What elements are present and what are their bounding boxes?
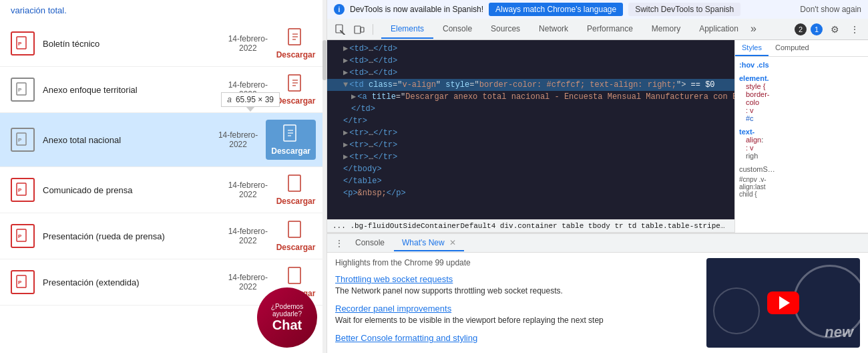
tab-console[interactable]: Console bbox=[433, 20, 481, 39]
doc-icon-pdf: P bbox=[11, 224, 35, 248]
download-label: Descargar bbox=[276, 197, 316, 206]
warning-badge: 1 bbox=[811, 23, 823, 35]
feature-link[interactable]: Better Console formatting and styling bbox=[335, 333, 698, 343]
style-prop: colo bbox=[739, 98, 864, 106]
devtools-panel: i DevTools is now available in Spanish! … bbox=[327, 0, 868, 353]
doc-date: 14-febrero-2022 bbox=[228, 273, 268, 291]
chat-label-main: Chat bbox=[272, 318, 302, 333]
code-line: ▶<td>…</td> bbox=[327, 67, 734, 79]
bottom-content: Highlights from the Chrome 99 update Thr… bbox=[327, 253, 868, 353]
html-code-panel: ▶<td>…</td> ▶<td>…</td> ▶<td>…</td> ▼<td… bbox=[327, 40, 734, 233]
intro-text-span: variación total. bbox=[11, 5, 67, 15]
bottom-tabs: ⋮ Console What's New ✕ bbox=[327, 234, 868, 253]
inspect-element-icon[interactable] bbox=[333, 21, 349, 37]
feature-link[interactable]: Throttling web socket requests bbox=[335, 274, 698, 284]
list-item: P Anexo total nacional 14-febrero-2022 D… bbox=[0, 113, 327, 167]
doc-title: Anexo enfoque territorial bbox=[43, 85, 228, 95]
code-line: </tr> bbox=[327, 115, 734, 127]
whats-new-label: What's New bbox=[402, 238, 445, 247]
tab-sources[interactable]: Sources bbox=[481, 20, 529, 39]
download-button[interactable]: Descargar bbox=[276, 27, 316, 60]
more-options-icon[interactable]: ⋮ bbox=[847, 21, 863, 37]
download-button[interactable]: Descargar bbox=[276, 174, 316, 206]
download-button[interactable]: Descargar bbox=[266, 120, 316, 160]
tab-elements[interactable]: Elements bbox=[381, 20, 433, 39]
doc-date: 14-febrero-2022 bbox=[228, 34, 268, 53]
devtools-toolbar: Elements Console Sources Network Perform… bbox=[327, 19, 868, 40]
svg-text:P: P bbox=[18, 187, 22, 193]
custom-styles: customS… #cnpv .v-align:lastchild { bbox=[739, 165, 864, 198]
tab-network[interactable]: Network bbox=[529, 20, 578, 39]
download-label: Descargar bbox=[271, 146, 310, 156]
code-line: ▶<td>…</td> bbox=[327, 55, 734, 67]
feature-link[interactable]: Recorder panel improvements bbox=[335, 304, 698, 314]
dont-show-again-button[interactable]: Don't show again bbox=[800, 5, 861, 14]
style-value: righ bbox=[746, 152, 758, 160]
style-prop: style { bbox=[739, 82, 864, 90]
doc-icon-pdf: P bbox=[11, 270, 35, 294]
code-line-selected[interactable]: ▼<td class="v-align" style="border-color… bbox=[327, 79, 734, 91]
tooltip-letter: a bbox=[227, 95, 232, 104]
switch-language-button[interactable]: Switch DevTools to Spanish bbox=[628, 3, 740, 16]
code-line: </tbody> bbox=[327, 163, 734, 175]
svg-text:P: P bbox=[18, 137, 22, 143]
style-prop: righ bbox=[739, 152, 864, 160]
svg-text:P: P bbox=[18, 87, 22, 93]
style-prop: align: bbox=[739, 136, 864, 144]
tab-memory[interactable]: Memory bbox=[642, 20, 690, 39]
video-thumbnail[interactable]: new bbox=[706, 258, 860, 348]
notification-bar: i DevTools is now available in Spanish! … bbox=[327, 0, 868, 19]
style-key: align bbox=[746, 136, 761, 144]
close-tab-icon[interactable]: ✕ bbox=[449, 238, 456, 247]
chat-label-line2: ayudarle? bbox=[272, 310, 302, 318]
style-key: style { bbox=[746, 82, 765, 90]
download-button[interactable]: Descargar bbox=[276, 220, 316, 252]
download-button[interactable]: Descargar bbox=[276, 74, 316, 106]
settings-icon[interactable]: ⚙ bbox=[827, 21, 843, 37]
style-selector: text- bbox=[739, 128, 864, 136]
svg-rect-29 bbox=[355, 26, 361, 33]
style-key: border- bbox=[746, 90, 769, 98]
style-key: : v bbox=[746, 106, 754, 114]
feature-item: Throttling web socket requests The Netwo… bbox=[335, 274, 698, 296]
tab-computed[interactable]: Computed bbox=[769, 40, 816, 56]
feature-item: Better Console formatting and styling bbox=[335, 333, 698, 343]
doc-title: Comunicado de prensa bbox=[43, 185, 228, 195]
style-prop: : v bbox=[739, 144, 864, 152]
code-line: ▶<a title="Descargar anexo total naciona… bbox=[327, 91, 734, 103]
code-line: ▶<tr>…</tr> bbox=[327, 139, 734, 151]
download-label: Descargar bbox=[276, 243, 316, 252]
play-button-icon[interactable] bbox=[767, 291, 799, 314]
tab-console-bottom[interactable]: Console bbox=[347, 235, 393, 251]
more-tabs-button[interactable]: » bbox=[748, 20, 759, 39]
intro-text: variación total. bbox=[0, 0, 327, 21]
dimension-tooltip: a 65.95 × 39 bbox=[221, 92, 280, 107]
scrollbar-left[interactable] bbox=[322, 0, 327, 353]
tooltip-dimensions: 65.95 × 39 bbox=[236, 95, 274, 104]
download-label: Descargar bbox=[276, 50, 316, 60]
code-line: ▶<td>…</td> bbox=[327, 43, 734, 55]
list-item: P Comunicado de prensa 14-febrero-2022 D… bbox=[0, 167, 327, 213]
custom-styles-text: customS… bbox=[739, 165, 864, 173]
chat-button[interactable]: ¿Podemos ayudarle? Chat bbox=[257, 287, 317, 348]
tab-application[interactable]: Application bbox=[690, 20, 748, 39]
devtools-main: ▶<td>…</td> ▶<td>…</td> ▶<td>…</td> ▼<td… bbox=[327, 40, 868, 233]
bottom-tab-icon[interactable]: ⋮ bbox=[333, 237, 346, 249]
device-toolbar-icon[interactable] bbox=[351, 21, 367, 37]
custom-styles-selector: #cnpv .v-align:lastchild { bbox=[739, 176, 864, 198]
breadcrumb: ... .bg-fluidOutSideContainerDefault4 di… bbox=[327, 219, 734, 233]
svg-rect-23 bbox=[288, 221, 300, 237]
new-label: new bbox=[825, 324, 853, 341]
code-lines: ▶<td>…</td> ▶<td>…</td> ▶<td>…</td> ▼<td… bbox=[327, 40, 734, 219]
tab-styles[interactable]: Styles bbox=[735, 40, 769, 56]
doc-title: Boletín técnico bbox=[43, 39, 228, 49]
tab-performance[interactable]: Performance bbox=[578, 20, 642, 39]
style-block: element. style { border- colo : v #c bbox=[739, 74, 864, 122]
svg-text:P: P bbox=[18, 41, 22, 47]
match-language-button[interactable]: Always match Chrome's language bbox=[489, 3, 623, 16]
tab-whats-new[interactable]: What's New ✕ bbox=[394, 235, 464, 251]
doc-icon-pdf: P bbox=[11, 178, 35, 202]
style-selector: :hov .cls bbox=[739, 61, 769, 69]
list-item: P Anexo enfoque territorial 14-febrero-2… bbox=[0, 67, 327, 113]
devtools-tabs: Elements Console Sources Network Perform… bbox=[381, 20, 759, 39]
